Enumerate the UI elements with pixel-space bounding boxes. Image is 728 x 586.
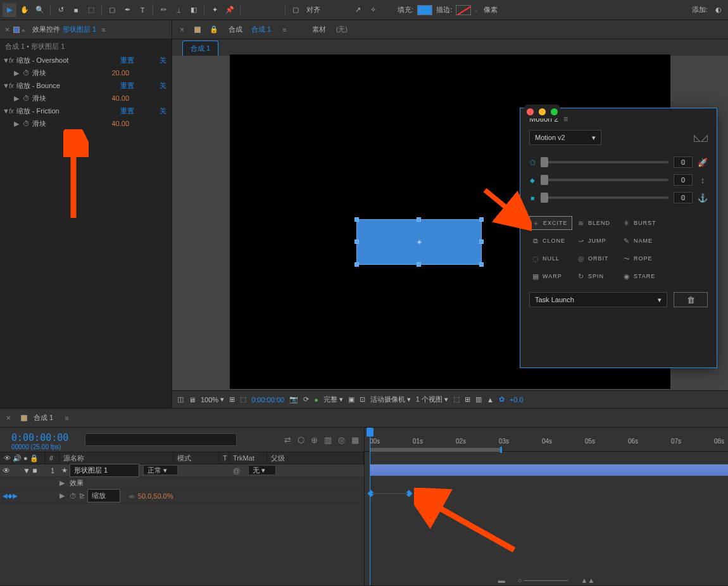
motion-btn-name[interactable]: ✎NAME [620,234,663,248]
motion2-panel[interactable]: Motion 2≡ Motion v2▾ ◺◿ ⬠ 0 🚀 ◆ 0 ↕ ■ 0 … [520,108,717,368]
misc-icon-1[interactable]: ↗ [351,3,365,17]
slider-thumb[interactable] [541,175,548,185]
region-tool[interactable]: ⬚ [84,3,98,17]
timeline-zoom-controls[interactable]: ▬○ ─────────▲▲ [365,575,728,585]
stopwatch-icon[interactable]: ⏱ [23,94,30,102]
reset-link[interactable]: 重置 [120,81,134,91]
motion-version-dropdown[interactable]: Motion v2▾ [529,130,601,145]
effect-value[interactable]: 40.00 [111,94,129,102]
text-tool[interactable]: T [135,3,149,17]
vp-icon-10[interactable]: ⊞ [465,395,470,404]
tl-icon-e[interactable]: ◎ [338,435,345,445]
comp-menu-icon[interactable]: ≡ [282,26,286,34]
window-close-icon[interactable] [527,108,534,115]
disclosure-icon[interactable]: ▶ [14,69,19,77]
effect-name[interactable]: 缩放 - Bounce [16,81,60,91]
shape-tool[interactable]: ▢ [105,3,119,17]
roto-tool[interactable]: ✦ [208,3,222,17]
fill-swatch[interactable] [417,5,432,15]
layer-name-input[interactable]: 形状图层 1 [70,464,139,477]
keyframe-nav[interactable]: ◀◆▶ [0,492,16,499]
vp-channels-icon[interactable]: ● [314,396,318,404]
timeline-tab-label[interactable]: 合成 1 [34,413,53,423]
resize-handle-br[interactable] [479,262,484,267]
up-down-icon[interactable]: ↕ [698,175,708,185]
motion-btn-burst[interactable]: ✳BURST [620,216,663,230]
motion-btn-excite[interactable]: ＋EXCITE [529,216,572,230]
motion-slider-3[interactable] [541,196,668,199]
vp-icon-4[interactable]: ⬚ [240,395,246,404]
fx-badge-icon[interactable]: fx [9,82,14,89]
timeline-tab-close[interactable]: × [6,414,11,423]
vp-icon-6[interactable]: ⟳ [303,395,309,404]
resize-handle-bl[interactable] [355,262,359,267]
window-minimize-icon[interactable] [539,108,546,115]
camera-tool[interactable]: ■ [69,3,83,17]
timeline-search-input[interactable] [85,433,237,446]
timeline-timecode[interactable]: 0:00:00:00 [5,430,73,443]
vp-icon-3[interactable]: ⊞ [229,395,235,404]
vp-icon-8[interactable]: ⊡ [360,395,365,404]
motion-btn-orbit[interactable]: ◎ORBIT [575,252,618,265]
hand-tool[interactable]: ✋ [18,3,32,17]
layer-duration-bar[interactable] [370,464,728,476]
vp-time[interactable]: 0:00:00:00 [251,396,284,404]
slider-value-1[interactable]: 0 [674,156,693,168]
stopwatch-icon[interactable]: ⏱ [23,69,30,77]
scale-property-label[interactable]: 缩放 [87,489,120,502]
add-button[interactable]: ◐ [712,3,725,17]
col-t[interactable]: T [219,452,229,464]
vp-icon-11[interactable]: ▥ [475,395,482,404]
slider-value-3[interactable]: 0 [674,192,693,203]
stopwatch-icon[interactable]: ⏱ [23,120,30,127]
panel-menu-icon[interactable]: ≡ [101,26,105,34]
panel-tab-link[interactable]: 形状图层 1 [63,25,96,34]
effect-value[interactable]: 40.00 [111,120,129,127]
vp-icon-2[interactable]: 🖥 [189,396,196,404]
scale-value[interactable]: 50.0,50.0% [138,492,173,500]
reset-link[interactable]: 重置 [120,106,134,116]
views-dropdown[interactable]: 1 个视图 ▾ [416,395,448,404]
col-trkmat[interactable]: TrkMat [229,452,267,464]
timeline-ruler[interactable]: 00s01s02s03s04s05s06s07s08s [365,428,728,452]
resize-handle-tm[interactable] [417,217,421,222]
vp-icon-12[interactable]: ▲ [487,396,494,404]
tl-icon-d[interactable]: ▥ [324,435,332,445]
zoom-dropdown[interactable]: 100% ▾ [201,395,224,404]
timeline-menu-icon[interactable]: ≡ [65,414,68,422]
anchor-point-icon[interactable]: ✦ [416,238,423,247]
reset-link[interactable]: 重置 [120,56,134,65]
close-link[interactable]: 关 [160,81,166,91]
comp-lock-icon[interactable]: 🔒 [210,25,218,34]
pen-tool[interactable]: ✒ [120,3,134,17]
tl-icon-a[interactable]: ⇄ [284,435,291,445]
pin-tool[interactable]: 📌 [223,3,237,17]
layer-switches[interactable]: 👁 ▼ ■ [0,466,46,475]
disclosure-icon[interactable]: ▼ [3,56,8,64]
disclosure-icon[interactable]: ▼ [3,107,8,115]
disclosure-icon[interactable]: ▶ [14,120,19,128]
comp-tab-link[interactable]: 合成 1 [251,25,271,34]
vp-icon-9[interactable]: ⬚ [453,395,460,404]
effect-property[interactable]: 滑块 [32,94,46,103]
camera-dropdown[interactable]: 活动摄像机 ▾ [370,395,411,404]
tl-icon-f[interactable]: ▦ [351,435,359,445]
pickwhip-icon[interactable]: @ [233,467,246,475]
stopwatch-icon[interactable]: ⏱ [70,492,77,500]
resize-handle-tl[interactable] [355,217,359,222]
disclosure-icon[interactable]: ▼ [3,82,8,89]
vp-icon-7[interactable]: ▣ [348,395,355,404]
disclosure-icon[interactable]: ▶ [14,94,19,103]
resize-handle-bm[interactable] [417,262,421,267]
eraser-tool[interactable]: ◧ [187,3,201,17]
snap-toggle[interactable]: ▢ [289,3,303,17]
col-parent[interactable]: 父级 [267,452,364,464]
lock-icon[interactable]: ▫ [22,27,28,33]
effects-row-label[interactable]: 效果 [70,478,84,488]
tab-close-icon[interactable]: × [5,25,9,34]
anchor-icon[interactable]: ⚓ [698,193,708,203]
fx-badge-icon[interactable]: fx [9,108,14,115]
motion-graph-icon[interactable]: ◺◿ [694,132,708,143]
effect-property[interactable]: 滑块 [32,119,46,129]
motion-btn-jump[interactable]: ⤻JUMP [575,234,618,248]
